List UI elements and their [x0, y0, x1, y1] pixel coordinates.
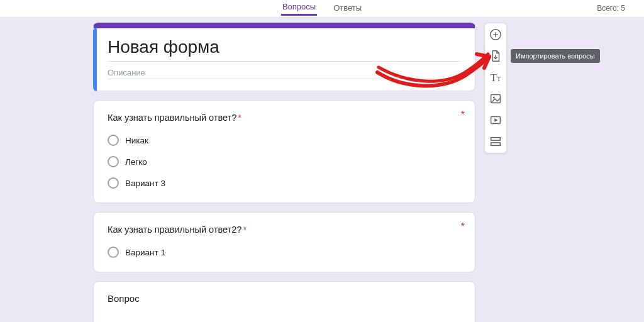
- question-toolbar: TT: [484, 23, 507, 153]
- radio-icon: [108, 135, 119, 146]
- section-icon: [489, 135, 502, 148]
- top-bar: Вопросы Ответы Всего: 5: [0, 0, 644, 18]
- form-description-input[interactable]: Описание: [108, 65, 461, 79]
- video-icon: [489, 113, 502, 127]
- svg-rect-9: [491, 143, 501, 146]
- question-card[interactable]: * Как узнать правильный ответ?* Никак Ле…: [93, 100, 475, 203]
- tab-questions[interactable]: Вопросы: [281, 2, 317, 16]
- svg-point-5: [493, 97, 495, 99]
- form-title-input[interactable]: Новая форма: [108, 36, 461, 62]
- option-label: Легко: [125, 157, 147, 167]
- option-label: Вариант 3: [125, 179, 165, 188]
- tooltip: Импортировать вопросы: [511, 49, 600, 63]
- add-video-button[interactable]: [488, 113, 503, 128]
- add-title-button[interactable]: TT: [488, 70, 503, 85]
- import-file-icon: [489, 49, 502, 63]
- svg-marker-7: [494, 118, 498, 122]
- question-card[interactable]: Вопрос: [93, 281, 475, 322]
- title-icon: TT: [490, 72, 501, 83]
- add-image-button[interactable]: [488, 91, 503, 106]
- image-icon: [489, 92, 502, 106]
- svg-rect-8: [491, 138, 501, 141]
- tab-answers[interactable]: Ответы: [332, 3, 363, 15]
- question-text: Вопрос: [108, 293, 140, 304]
- required-indicator: *: [461, 221, 465, 233]
- options-list: Никак Легко Вариант 3: [108, 135, 461, 189]
- option-row[interactable]: Вариант 3: [108, 177, 461, 189]
- responses-total: Всего: 5: [597, 4, 625, 13]
- option-label: Никак: [125, 136, 148, 145]
- option-label: Вариант 1: [125, 248, 165, 257]
- plus-circle-icon: [489, 28, 502, 42]
- required-star: *: [243, 225, 247, 235]
- tabs: Вопросы Ответы: [281, 0, 363, 18]
- radio-icon: [108, 156, 119, 167]
- option-row[interactable]: Никак: [108, 135, 461, 146]
- radio-icon: [108, 177, 119, 189]
- add-question-button[interactable]: [488, 27, 503, 42]
- options-list: Вариант 1: [108, 247, 461, 258]
- form-canvas: Новая форма Описание * Как узнать правил…: [93, 23, 475, 322]
- import-questions-button[interactable]: [488, 48, 503, 64]
- question-card[interactable]: * Как узнать правильный ответ2?* Вариант…: [93, 212, 475, 272]
- radio-icon: [108, 247, 119, 258]
- form-header-card[interactable]: Новая форма Описание: [93, 23, 475, 91]
- required-star: *: [238, 113, 242, 123]
- required-indicator: *: [461, 109, 465, 121]
- question-text: Как узнать правильный ответ?*: [108, 113, 242, 123]
- add-section-button[interactable]: [488, 134, 503, 149]
- question-text: Как узнать правильный ответ2?*: [108, 225, 247, 235]
- option-row[interactable]: Вариант 1: [108, 247, 461, 258]
- option-row[interactable]: Легко: [108, 156, 461, 167]
